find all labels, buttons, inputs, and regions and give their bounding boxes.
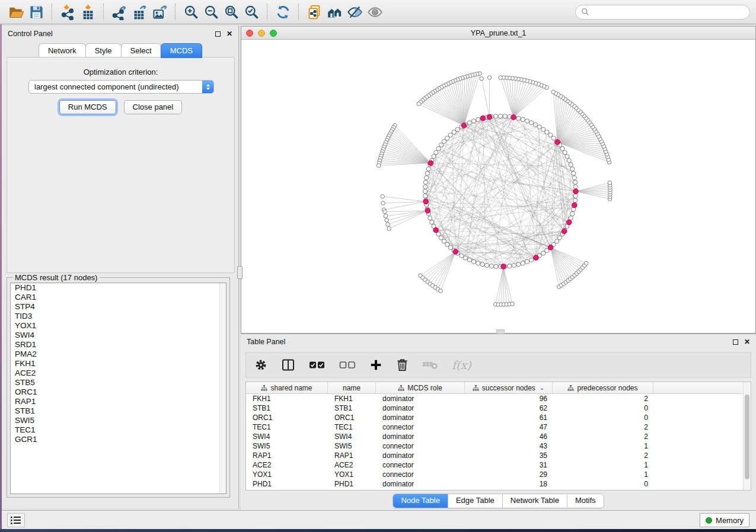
graph-node[interactable] xyxy=(498,114,502,118)
table-row[interactable]: SWI4SWI4dominator462 xyxy=(246,432,751,441)
graph-node[interactable] xyxy=(442,239,446,243)
graph-node[interactable] xyxy=(537,125,541,129)
mcds-result-item[interactable]: TEC1 xyxy=(11,425,226,435)
mcds-result-item[interactable]: FKH1 xyxy=(11,359,226,368)
graph-node-mcds[interactable] xyxy=(487,114,492,120)
graph-node[interactable] xyxy=(448,245,452,249)
select-all-columns-button[interactable] xyxy=(309,356,326,374)
graph-node[interactable] xyxy=(573,180,577,184)
mcds-result-item[interactable]: YOX1 xyxy=(11,321,226,331)
table-row[interactable]: YOX1YOX1connector291 xyxy=(246,470,751,479)
graph-node[interactable] xyxy=(567,158,571,162)
delete-table-button[interactable] xyxy=(422,356,438,374)
tab-mcds[interactable]: MCDS xyxy=(161,43,202,58)
graph-node[interactable] xyxy=(516,116,521,120)
graph-node[interactable] xyxy=(516,262,521,267)
network-canvas[interactable] xyxy=(241,40,755,333)
table-row[interactable]: FKH1FKH1dominator962 xyxy=(246,394,751,403)
graph-node[interactable] xyxy=(512,263,516,267)
create-column-button[interactable] xyxy=(369,356,382,374)
close-panel-button[interactable]: Close panel xyxy=(124,100,183,114)
graph-node[interactable] xyxy=(381,201,385,206)
graph-node[interactable] xyxy=(572,176,576,180)
table-scrollbar[interactable] xyxy=(743,382,751,490)
task-history-button[interactable] xyxy=(7,513,25,527)
graph-node[interactable] xyxy=(557,236,562,240)
table-row[interactable]: SWI5SWI5connector431 xyxy=(246,441,751,451)
table-scrollbar-thumb[interactable] xyxy=(745,395,749,479)
unselect-all-columns-button[interactable] xyxy=(339,356,356,374)
graph-node[interactable] xyxy=(494,264,498,268)
graph-node-mcds[interactable] xyxy=(573,189,579,194)
graph-node[interactable] xyxy=(455,127,460,132)
graph-node-mcds[interactable] xyxy=(480,116,486,121)
graph-node[interactable] xyxy=(570,167,575,171)
column-header-shared-name[interactable]: shared name xyxy=(246,382,328,393)
graph-node-mcds[interactable] xyxy=(572,203,578,208)
graph-node-mcds[interactable] xyxy=(461,123,467,129)
zoom-selected-button[interactable] xyxy=(241,2,261,22)
graph-node[interactable] xyxy=(439,289,443,293)
close-panel-icon[interactable]: ✕ xyxy=(744,338,750,345)
graph-node[interactable] xyxy=(563,150,567,155)
open-file-button[interactable] xyxy=(6,2,26,22)
graph-node[interactable] xyxy=(436,146,441,150)
column-header-predecessor-nodes[interactable]: predecessor nodes xyxy=(553,382,653,393)
graph-node[interactable] xyxy=(448,133,452,137)
import-network-button[interactable] xyxy=(58,2,78,22)
graph-node[interactable] xyxy=(480,76,484,81)
zoom-in-button[interactable] xyxy=(181,2,201,22)
graph-node[interactable] xyxy=(551,90,556,94)
graph-node-mcds[interactable] xyxy=(501,264,506,270)
graph-node[interactable] xyxy=(503,114,507,118)
graph-node[interactable] xyxy=(525,119,529,123)
graph-node[interactable] xyxy=(480,262,484,267)
mcds-result-item[interactable]: STP4 xyxy=(11,302,226,312)
mcds-result-item[interactable]: SWI5 xyxy=(11,416,226,425)
tab-motifs[interactable]: Motifs xyxy=(567,494,604,508)
graph-node[interactable] xyxy=(541,251,546,255)
mcds-result-item[interactable]: PMA2 xyxy=(11,350,226,359)
graph-node[interactable] xyxy=(383,210,387,214)
graph-node[interactable] xyxy=(489,264,493,268)
graph-node-mcds[interactable] xyxy=(548,245,553,250)
table-row[interactable]: STB1STB1dominator620 xyxy=(246,403,751,413)
graph-node[interactable] xyxy=(467,121,471,125)
mcds-result-item[interactable]: STB1 xyxy=(11,406,226,416)
graph-node-mcds[interactable] xyxy=(423,199,429,204)
graph-node[interactable] xyxy=(423,189,427,193)
graph-node[interactable] xyxy=(573,185,578,189)
network-window-titlebar[interactable]: YPA_prune.txt_1 xyxy=(241,27,755,40)
zoom-fit-button[interactable] xyxy=(221,2,241,22)
graph-node[interactable] xyxy=(541,127,546,132)
graph-node[interactable] xyxy=(428,216,432,220)
zoom-out-button[interactable] xyxy=(201,2,221,22)
graph-node[interactable] xyxy=(381,194,385,198)
graph-node[interactable] xyxy=(432,154,436,158)
mcds-result-item[interactable]: PHD1 xyxy=(11,283,226,293)
table-settings-button[interactable] xyxy=(254,356,267,374)
home-button[interactable] xyxy=(324,2,344,22)
graph-node[interactable] xyxy=(584,261,588,265)
mcds-result-item[interactable]: STB5 xyxy=(11,378,226,387)
graph-node[interactable] xyxy=(386,223,390,227)
result-list-scrollbar[interactable] xyxy=(219,283,226,493)
delete-column-button[interactable] xyxy=(396,356,409,374)
tab-node-table[interactable]: Node Table xyxy=(393,494,448,508)
sort-indicator-icon[interactable]: ⌄ xyxy=(540,384,544,391)
graph-node-mcds[interactable] xyxy=(453,249,458,255)
import-table-button[interactable] xyxy=(78,2,98,22)
graph-node[interactable] xyxy=(572,171,576,175)
graph-node[interactable] xyxy=(439,143,443,147)
export-network-button[interactable] xyxy=(109,2,129,22)
graph-node[interactable] xyxy=(511,302,515,306)
table-row[interactable]: ORC1ORC1dominator610 xyxy=(246,413,751,422)
tab-style[interactable]: Style xyxy=(85,43,122,58)
table-row[interactable]: PHD1PHD1dominator180 xyxy=(246,479,751,489)
graph-node[interactable] xyxy=(565,154,569,158)
export-image-button[interactable] xyxy=(149,2,170,22)
graph-node-mcds[interactable] xyxy=(562,229,567,234)
network-graph[interactable] xyxy=(241,40,755,333)
graph-node-mcds[interactable] xyxy=(433,227,439,233)
graph-node[interactable] xyxy=(434,150,438,155)
